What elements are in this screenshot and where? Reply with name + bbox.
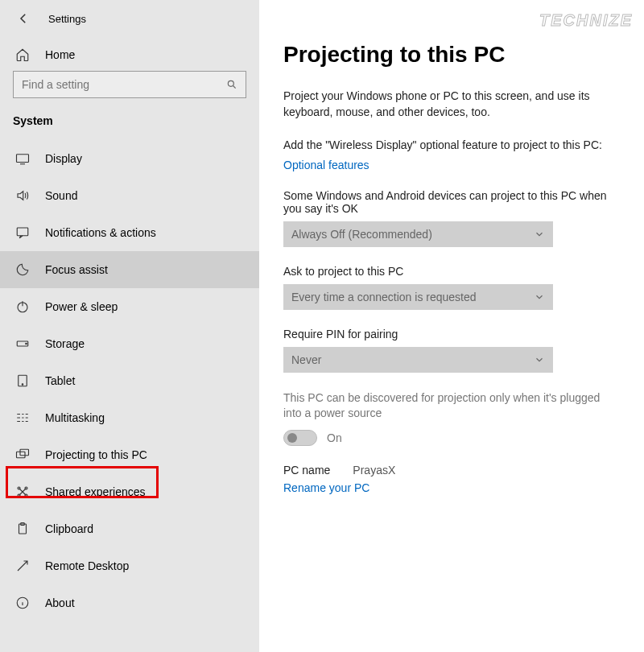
sidebar-item-display[interactable]: Display: [0, 140, 259, 177]
sidebar-item-clipboard[interactable]: Clipboard: [0, 510, 259, 547]
search-icon: [226, 79, 237, 90]
sidebar-item-notifications[interactable]: Notifications & actions: [0, 214, 259, 251]
search-box[interactable]: [13, 71, 246, 98]
svg-rect-8: [17, 452, 26, 458]
page-description: Project your Windows phone or PC to this…: [283, 89, 620, 120]
sidebar-item-remote[interactable]: Remote Desktop: [0, 547, 259, 584]
sidebar-item-power[interactable]: Power & sleep: [0, 288, 259, 325]
sidebar-item-storage[interactable]: Storage: [0, 325, 259, 362]
display-icon: [14, 151, 31, 167]
back-icon[interactable]: [16, 11, 31, 26]
storage-icon: [14, 336, 31, 352]
chevron-down-icon: [534, 229, 545, 240]
svg-point-0: [228, 80, 233, 86]
home-nav[interactable]: Home: [0, 40, 259, 71]
remote-icon: [14, 558, 31, 574]
svg-rect-1: [17, 155, 29, 163]
rename-pc-link[interactable]: Rename your PC: [283, 481, 369, 494]
setting-label: Some Windows and Android devices can pro…: [283, 189, 620, 215]
discover-note: This PC can be discovered for projection…: [283, 390, 620, 422]
ask-dropdown[interactable]: Every time a connection is requested: [283, 284, 553, 310]
sidebar-item-label: Shared experiences: [45, 485, 146, 498]
sidebar: Settings Home System Display Sound: [0, 0, 259, 652]
sidebar-item-label: Clipboard: [45, 522, 93, 535]
search-input[interactable]: [22, 78, 226, 91]
chevron-down-icon: [534, 291, 545, 303]
discover-toggle-row: On: [283, 430, 620, 446]
pin-dropdown[interactable]: Never: [283, 347, 553, 373]
focus-assist-icon: [14, 262, 31, 278]
clipboard-icon: [14, 521, 31, 537]
sidebar-item-label: Projecting to this PC: [45, 448, 147, 461]
dropdown-value: Never: [291, 353, 321, 366]
shared-icon: [14, 484, 31, 500]
home-icon: [14, 47, 31, 63]
sidebar-item-label: Tablet: [45, 374, 75, 387]
sidebar-item-multitasking[interactable]: Multitasking: [0, 399, 259, 436]
sidebar-item-label: Focus assist: [45, 263, 108, 276]
settings-label: Settings: [48, 13, 86, 25]
pc-name-label: PC name: [283, 464, 330, 477]
page-title: Projecting to this PC: [283, 42, 620, 68]
toggle-knob: [287, 433, 297, 443]
optional-features-link[interactable]: Optional features: [283, 159, 369, 171]
sidebar-item-shared[interactable]: Shared experiences: [0, 473, 259, 510]
sidebar-item-label: Sound: [45, 189, 77, 202]
multitasking-icon: [14, 410, 31, 426]
svg-point-5: [26, 343, 27, 345]
svg-point-7: [22, 384, 23, 386]
sound-icon: [14, 188, 31, 204]
dropdown-value: Always Off (Recommended): [291, 228, 432, 241]
power-icon: [14, 299, 31, 315]
svg-rect-9: [20, 449, 29, 456]
sidebar-item-label: Remote Desktop: [45, 559, 129, 572]
sidebar-item-label: Display: [45, 152, 82, 165]
sidebar-item-about[interactable]: About: [0, 584, 259, 621]
sidebar-item-focus-assist[interactable]: Focus assist: [0, 251, 259, 288]
sidebar-item-label: Notifications & actions: [45, 226, 156, 239]
setting-pin: Require PIN for pairing Never: [283, 328, 620, 373]
sidebar-item-tablet[interactable]: Tablet: [0, 362, 259, 399]
notifications-icon: [14, 225, 31, 241]
discover-toggle[interactable]: [283, 430, 317, 446]
tablet-icon: [14, 373, 31, 389]
setting-ask: Ask to project to this PC Every time a c…: [283, 265, 620, 310]
sidebar-item-label: Storage: [45, 337, 85, 350]
about-icon: [14, 595, 31, 611]
sidebar-item-projecting[interactable]: Projecting to this PC: [0, 436, 259, 473]
sidebar-item-sound[interactable]: Sound: [0, 177, 259, 214]
main-content: Projecting to this PC Project your Windo…: [259, 0, 644, 652]
projecting-icon: [14, 447, 31, 463]
feature-hint: Add the "Wireless Display" optional feat…: [283, 138, 620, 154]
toggle-label: On: [327, 431, 342, 444]
header-row: Settings: [0, 11, 259, 40]
nav-list: Display Sound Notifications & actions Fo…: [0, 140, 259, 621]
dropdown-value: Every time a connection is requested: [291, 291, 477, 303]
project-dropdown[interactable]: Always Off (Recommended): [283, 221, 553, 247]
watermark: TECHNIZE: [539, 11, 633, 30]
setting-project: Some Windows and Android devices can pro…: [283, 189, 620, 247]
setting-label: Require PIN for pairing: [283, 328, 620, 340]
sidebar-item-label: About: [45, 596, 75, 609]
search-wrap: [0, 71, 259, 109]
sidebar-item-label: Power & sleep: [45, 300, 118, 313]
sidebar-item-label: Multitasking: [45, 411, 105, 424]
pc-name-value: PrayasX: [353, 464, 395, 477]
category-label: System: [0, 109, 259, 140]
svg-rect-2: [17, 228, 28, 236]
pc-name-row: PC name PrayasX: [283, 464, 620, 477]
home-label: Home: [45, 48, 75, 61]
chevron-down-icon: [534, 354, 545, 365]
setting-label: Ask to project to this PC: [283, 265, 620, 278]
